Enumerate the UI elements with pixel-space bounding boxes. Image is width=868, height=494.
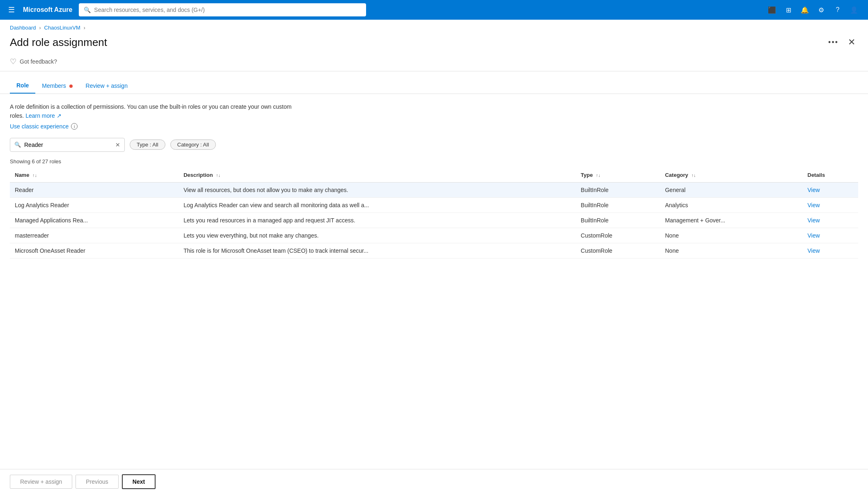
page-title: Add role assignment [10, 36, 107, 49]
role-details-cell[interactable]: View [803, 228, 859, 243]
table-row[interactable]: Log Analytics Reader Log Analytics Reade… [10, 197, 858, 213]
topnav-icon-group: ⬛ ⊞ 🔔 ⚙ ? 👤 [765, 2, 861, 17]
role-name-cell: Microsoft OneAsset Reader [10, 243, 179, 258]
portal-menu-icon[interactable]: ⊞ [781, 2, 796, 17]
col-header-description[interactable]: Description ↑↓ [179, 168, 576, 183]
tab-role-label: Role [16, 82, 29, 89]
search-filter-row: 🔍 ✕ Type : All Category : All [10, 138, 858, 152]
role-type-cell: CustomRole [576, 228, 660, 243]
view-link[interactable]: View [808, 187, 820, 193]
search-clear-icon[interactable]: ✕ [115, 142, 120, 148]
role-search-input[interactable] [24, 142, 112, 148]
role-description-cell: Lets you read resources in a managed app… [179, 213, 576, 228]
tab-review-assign[interactable]: Review + assign [79, 78, 134, 93]
role-details-cell[interactable]: View [803, 243, 859, 258]
role-type-cell: BuiltInRole [576, 213, 660, 228]
global-search-box[interactable]: 🔍 [79, 3, 366, 16]
tab-bar: Role Members Review + assign [0, 78, 868, 94]
tab-role[interactable]: Role [10, 78, 35, 94]
top-navigation: ☰ Microsoft Azure 🔍 ⬛ ⊞ 🔔 ⚙ ? 👤 [0, 0, 868, 20]
role-description-cell: Log Analytics Reader can view and search… [179, 197, 576, 213]
close-button[interactable]: ✕ [845, 36, 858, 49]
table-row[interactable]: Reader View all resources, but does not … [10, 182, 858, 197]
more-options-button[interactable]: ••• [825, 37, 842, 48]
col-header-name[interactable]: Name ↑↓ [10, 168, 179, 183]
cloud-shell-icon[interactable]: ⬛ [765, 2, 779, 17]
name-sort-icon: ↑↓ [32, 173, 37, 178]
classic-exp-label: Use classic experience [10, 123, 69, 130]
role-type-cell: BuiltInRole [576, 182, 660, 197]
page-header: Add role assignment ••• ✕ [0, 34, 868, 49]
role-name-cell: Managed Applications Rea... [10, 213, 179, 228]
settings-icon[interactable]: ⚙ [814, 2, 829, 17]
main-content: A role definition is a collection of per… [0, 94, 868, 267]
col-header-type[interactable]: Type ↑↓ [576, 168, 660, 183]
role-details-cell[interactable]: View [803, 197, 859, 213]
role-name-cell: Log Analytics Reader [10, 197, 179, 213]
role-type-cell: BuiltInRole [576, 197, 660, 213]
tab-members[interactable]: Members [35, 78, 79, 93]
feedback-label[interactable]: Got feedback? [20, 58, 57, 65]
table-row[interactable]: Managed Applications Rea... Lets you rea… [10, 213, 858, 228]
search-icon: 🔍 [84, 7, 91, 13]
role-description-cell: Lets you view everything, but not make a… [179, 228, 576, 243]
view-link[interactable]: View [808, 232, 820, 239]
role-name-cell: Reader [10, 182, 179, 197]
hamburger-icon[interactable]: ☰ [7, 4, 16, 16]
role-type-cell: CustomRole [576, 243, 660, 258]
table-row[interactable]: Microsoft OneAsset Reader This role is f… [10, 243, 858, 258]
breadcrumb-sep-1: › [39, 25, 41, 31]
tab-review-label: Review + assign [86, 82, 128, 89]
feedback-bar: ♡ Got feedback? [0, 52, 868, 71]
role-category-cell: None [660, 228, 802, 243]
role-category-cell: General [660, 182, 802, 197]
breadcrumb-sep-2: › [84, 25, 85, 31]
role-details-cell[interactable]: View [803, 213, 859, 228]
results-count: Showing 6 of 27 roles [10, 158, 858, 165]
role-name-cell: masterreader [10, 228, 179, 243]
breadcrumb: Dashboard › ChaosLinuxVM › [0, 20, 868, 34]
tab-members-label: Members [42, 82, 66, 89]
notifications-icon[interactable]: 🔔 [797, 2, 812, 17]
type-sort-icon: ↑↓ [596, 173, 600, 178]
search-icon: 🔍 [14, 142, 21, 148]
role-search-box[interactable]: 🔍 ✕ [10, 138, 125, 152]
role-category-cell: Management + Gover... [660, 213, 802, 228]
roles-table-scroll[interactable]: Name ↑↓ Description ↑↓ Type ↑↓ Category … [10, 165, 858, 258]
table-header-row: Name ↑↓ Description ↑↓ Type ↑↓ Category … [10, 168, 858, 183]
role-category-cell: Analytics [660, 197, 802, 213]
info-icon[interactable]: i [71, 123, 78, 130]
global-search-input[interactable] [94, 7, 361, 13]
breadcrumb-dashboard[interactable]: Dashboard [10, 25, 36, 31]
role-details-cell[interactable]: View [803, 182, 859, 197]
col-header-details: Details [803, 168, 859, 183]
roles-table: Name ↑↓ Description ↑↓ Type ↑↓ Category … [10, 168, 858, 258]
breadcrumb-vm[interactable]: ChaosLinuxVM [44, 25, 80, 31]
classic-experience-link[interactable]: Use classic experience i [10, 123, 858, 130]
header-actions: ••• ✕ [825, 36, 858, 49]
help-icon[interactable]: ? [830, 2, 845, 17]
role-description-cell: View all resources, but does not allow y… [179, 182, 576, 197]
learn-more-link[interactable]: Learn more ↗ [25, 112, 61, 119]
app-logo: Microsoft Azure [23, 6, 72, 14]
account-icon[interactable]: 👤 [847, 2, 861, 17]
role-description: A role definition is a collection of per… [10, 102, 297, 121]
table-row[interactable]: masterreader Lets you view everything, b… [10, 228, 858, 243]
heart-icon: ♡ [10, 57, 16, 66]
type-filter-pill[interactable]: Type : All [130, 140, 165, 150]
col-header-category[interactable]: Category ↑↓ [660, 168, 802, 183]
category-filter-pill[interactable]: Category : All [170, 140, 216, 150]
role-category-cell: None [660, 243, 802, 258]
desc-sort-icon: ↑↓ [216, 173, 220, 178]
view-link[interactable]: View [808, 202, 820, 208]
category-sort-icon: ↑↓ [691, 173, 696, 178]
view-link[interactable]: View [808, 217, 820, 224]
view-link[interactable]: View [808, 247, 820, 254]
members-notification-dot [69, 85, 73, 88]
role-description-cell: This role is for Microsoft OneAsset team… [179, 243, 576, 258]
